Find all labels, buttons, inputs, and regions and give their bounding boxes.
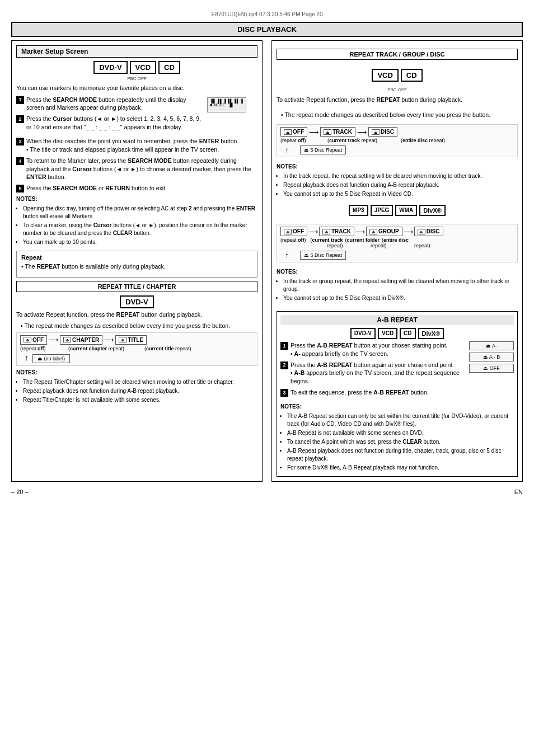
ab-image-ab: ⏏ A - B xyxy=(469,353,514,361)
badge-dvdv-rtc: DVD-V xyxy=(120,295,153,308)
badge-vcd: VCD xyxy=(130,61,156,74)
badge-cd-ab: CD xyxy=(400,328,415,339)
ab-step-1: 1 Press the A-B REPEAT button at your ch… xyxy=(280,341,465,358)
ab-steps-container: 1 Press the A-B REPEAT button at your ch… xyxy=(280,341,514,399)
page-number: – 20 – xyxy=(11,489,29,495)
ab-image-a: ⏏ A- xyxy=(469,341,514,350)
off-icon-mp3: ⏏ xyxy=(284,229,292,234)
pbc-label: PBC OFF xyxy=(16,76,257,81)
group-icon-mp3: ⏏ xyxy=(369,229,377,234)
ab-step-3: 3 To exit the sequence, press the A-B RE… xyxy=(280,388,465,397)
step-5: 5 Press the SEARCH MODE or RETURN button… xyxy=(16,184,257,192)
rtc-bullet: The repeat mode changes as described bel… xyxy=(16,322,257,330)
marker-display-image: ▐▌▐▌▐▐▌▐▌▐ ■ MODE ▐▌ . . . . . . . . . .… xyxy=(207,96,257,114)
five-disc-repeat-vcd: ⏏ 5 Disc Repeat xyxy=(300,145,346,154)
step-2: 2 Press the Cursor buttons (◄ or ►) to s… xyxy=(16,115,203,131)
repeat-title: Repeat xyxy=(21,254,252,261)
page-header: E8701UD(EN).qx4 07.3.20 5:46 PM Page 20 xyxy=(11,11,523,17)
ab-repeat-section: A-B REPEAT DVD-V VCD CD DivX® 1 Press th… xyxy=(277,311,518,476)
ab-repeat-title: A-B REPEAT xyxy=(280,315,514,325)
rtc-flow: ⏏ OFF ⟶ ⏏ CHAPTER ⟶ ⏏ TITLE (repeat off)… xyxy=(16,332,257,366)
badge-cd-rtgd: CD xyxy=(401,69,423,82)
mp3-badges: MP3 JPEG WMA DivX® xyxy=(277,205,518,216)
marker-badges: DVD-V VCD CD xyxy=(16,61,257,74)
ab-notes: NOTES: The A-B Repeat section can only b… xyxy=(280,403,514,472)
ab-steps-text: 1 Press the A-B REPEAT button at your ch… xyxy=(280,341,465,399)
rtgd-badges: VCD CD xyxy=(277,69,518,82)
main-title-box: DISC PLAYBACK xyxy=(11,22,523,37)
rtgd-pbc-label: PBC OFF xyxy=(277,87,518,92)
badge-jpeg: JPEG xyxy=(371,205,394,216)
right-column: REPEAT TRACK / GROUP / DISC VCD CD PBC O… xyxy=(271,40,523,482)
track-icon-vcd: ⏏ xyxy=(324,129,331,135)
badge-dvdv-ab: DVD-V xyxy=(350,328,376,339)
step-1: 1 Press the SEARCH MODE button repeatedl… xyxy=(16,96,203,112)
badge-vcd-rtgd: VCD xyxy=(372,69,398,82)
badge-cd: CD xyxy=(158,61,180,74)
badge-wma: WMA xyxy=(395,205,417,216)
rtgd-bullet: The repeat mode changes as described bel… xyxy=(277,111,518,119)
badge-mp3: MP3 xyxy=(349,205,368,216)
ab-image-off: ⏏ OFF xyxy=(469,364,514,373)
marker-intro: You can use markers to memorize your fav… xyxy=(16,84,257,92)
rtgd-intro: To activate Repeat function, press the R… xyxy=(277,96,518,104)
rtc-intro: To activate Repeat function, press the R… xyxy=(16,311,257,319)
track-icon-mp3: ⏏ xyxy=(322,229,330,234)
repeat-title-chapter-heading: REPEAT TITLE / CHAPTER xyxy=(16,281,257,292)
language-code: EN xyxy=(514,489,523,495)
title-icon: ⏏ xyxy=(119,337,127,342)
rtgd-notes-mp3: NOTES: In the track or group repeat, the… xyxy=(277,268,518,303)
left-column: Marker Setup Screen DVD-V VCD CD PBC OFF… xyxy=(11,40,263,482)
rtc-badges: DVD-V xyxy=(16,295,257,308)
repeat-track-group-disc-heading: REPEAT TRACK / GROUP / DISC xyxy=(277,49,518,60)
badge-dvdv: DVD-V xyxy=(93,61,127,74)
off-icon: ⏏ xyxy=(24,337,31,342)
repeat-note: • The REPEAT button is available only du… xyxy=(21,262,252,271)
rtc-notes: NOTES: The Repeat Title/Chapter setting … xyxy=(16,369,257,404)
badge-vcd-ab: VCD xyxy=(378,328,397,339)
ab-images: ⏏ A- ⏏ A - B ⏏ OFF xyxy=(469,341,514,399)
step-4: 4 To return to the Marker later, press t… xyxy=(16,157,257,181)
disc-icon-mp3: ⏏ xyxy=(418,229,425,234)
disc-icon-vcd: ⏏ xyxy=(372,129,380,135)
step-3: 3 When the disc reaches the point you wa… xyxy=(16,137,257,153)
rtgd-notes-vcd: NOTES: In the track repeat, the repeat s… xyxy=(277,163,518,199)
ab-step-2: 2 Press the A-B REPEAT button again at y… xyxy=(280,361,465,386)
repeat-subsection: Repeat • The REPEAT button is available … xyxy=(16,251,257,278)
rtgd-flow-vcd: ⏏ OFF ⟶ ⏏ TRACK ⟶ ⏏ DISC (repeat off) xyxy=(277,124,518,157)
badge-divx: DivX® xyxy=(419,205,446,216)
off-icon-vcd: ⏏ xyxy=(284,129,292,135)
chapter-icon: ⏏ xyxy=(63,337,71,342)
five-disc-repeat-mp3: ⏏ 5 Disc Repeat xyxy=(300,251,346,260)
marker-notes: NOTES: Opening the disc tray, turning of… xyxy=(16,195,257,246)
page-footer: – 20 – EN xyxy=(11,489,523,495)
marker-setup-title: Marker Setup Screen xyxy=(16,45,257,58)
rtgd-flow-mp3: ⏏ OFF ⟶ ⏏ TRACK ⟶ ⏏ GROUP ⟶ ⏏ xyxy=(277,224,518,262)
ab-badges: DVD-V VCD CD DivX® xyxy=(280,328,514,339)
badge-divx-ab: DivX® xyxy=(418,328,444,339)
